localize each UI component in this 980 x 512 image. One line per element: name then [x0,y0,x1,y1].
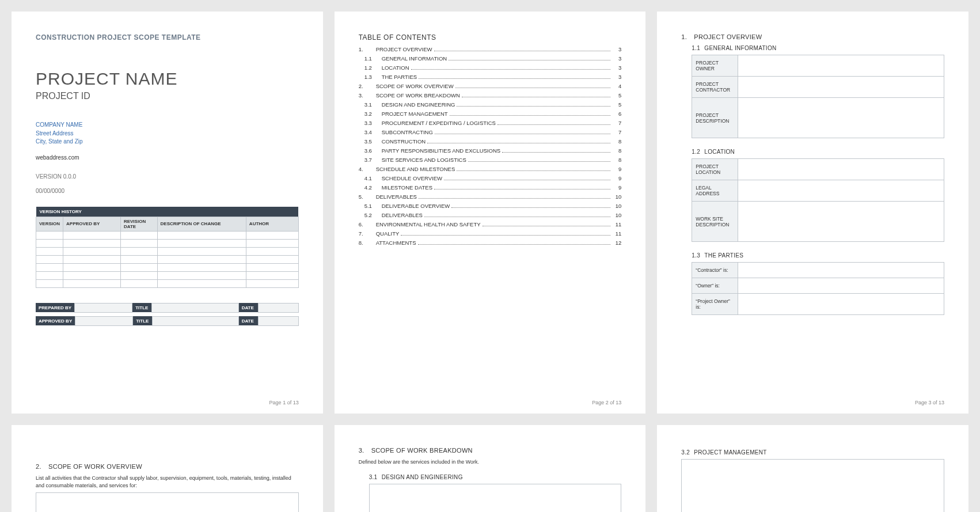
version-history-cell[interactable] [246,247,298,255]
version-history-cell[interactable] [157,255,246,263]
version-history-cell[interactable] [36,255,63,263]
field-row: “Contractor” is: [692,263,944,278]
version-history-cell[interactable] [63,247,121,255]
page-2: TABLE OF CONTENTS 1.PROJECT OVERVIEW31.1… [335,12,646,414]
toc-entry[interactable]: 2.SCOPE OF WORK OVERVIEW4 [359,83,622,89]
toc-entry[interactable]: 6.ENVIRONMENTAL HEALTH AND SAFETY11 [359,221,622,227]
toc-entry[interactable]: 4.2MILESTONE DATES9 [359,184,622,191]
version-history-cell[interactable] [120,271,157,279]
field-value[interactable] [738,180,944,202]
version-history-cell[interactable] [120,263,157,271]
scope-overview-box[interactable] [36,492,299,512]
toc-entry[interactable]: 1.2LOCATION3 [359,65,622,71]
version-history-cell[interactable] [120,239,157,247]
toc-entry[interactable]: 7.QUALITY11 [359,230,622,237]
toc-entry[interactable]: 3.7SITE SERVICES AND LOGISTICS8 [359,157,622,163]
version-history-cell[interactable] [246,263,298,271]
toc-leader-dots [502,152,610,153]
approved-title-field[interactable] [153,316,238,325]
version-history-row [36,255,299,263]
version-history-cell[interactable] [36,247,63,255]
toc-entry[interactable]: 3.SCOPE OF WORK BREAKDOWN5 [359,92,622,98]
project-mgmt-box[interactable] [681,459,944,512]
version-history-cell[interactable] [157,279,246,287]
toc-entry[interactable]: 1.3THE PARTIES3 [359,74,622,80]
version-history-cell[interactable] [36,279,63,287]
field-value[interactable] [738,278,944,294]
field-value[interactable] [738,77,944,98]
version-history-cell[interactable] [157,271,246,279]
version-history-cell[interactable] [157,239,246,247]
toc-leader-dots [424,217,610,217]
version-history-cell[interactable] [36,239,63,247]
field-value[interactable] [738,202,944,242]
toc-label: SCHEDULE OVERVIEW [382,175,442,181]
toc-entry[interactable]: 5.2DELIVERABLES10 [359,212,622,218]
field-label: PROJECT LOCATION [692,159,738,180]
version-history-cell[interactable] [246,279,298,287]
toc-label: LOCATION [382,65,409,71]
design-eng-box[interactable] [369,484,622,513]
prepared-title-field[interactable] [152,303,238,312]
toc-leader-dots [419,78,610,79]
toc-number: 2. [359,83,376,89]
version-history-cell[interactable] [36,231,63,239]
version-history-cell[interactable] [157,247,246,255]
approved-by-field[interactable] [75,316,133,325]
field-row: PROJECT CONTRACTOR [692,77,944,98]
toc-entry[interactable]: 1.1GENERAL INFORMATION3 [359,55,622,62]
toc-label: MILESTONE DATES [382,184,432,191]
toc-leader-dots [457,106,610,107]
version-history-cell[interactable] [63,231,121,239]
toc-entry[interactable]: 8.ATTACHMENTS12 [359,240,622,246]
version-history-cell[interactable] [36,271,63,279]
version-history-cell[interactable] [120,247,157,255]
toc-page-number: 8 [612,138,621,145]
field-row: “Owner” is: [692,278,944,294]
toc-leader-dots [401,235,610,236]
toc-entry[interactable]: 3.6PARTY RESPONSIBILITIES AND EXCLUSIONS… [359,147,622,154]
toc-label: SCHEDULE AND MILESTONES [376,166,455,172]
version-history-cell[interactable] [246,239,298,247]
field-value[interactable] [738,98,944,138]
field-value[interactable] [738,294,944,315]
field-value[interactable] [738,263,944,278]
version-history-cell[interactable] [36,263,63,271]
toc-entry[interactable]: 5.DELIVERABLES10 [359,194,622,200]
toc-entry[interactable]: 3.4SUBCONTRACTING7 [359,129,622,135]
page-1: CONSTRUCTION PROJECT SCOPE TEMPLATE PROJ… [12,12,323,414]
col-author: AUTHOR [246,217,298,231]
version-history-cell[interactable] [63,271,121,279]
version-history-cell[interactable] [63,255,121,263]
approved-title-label: TITLE [133,316,153,325]
toc-entry[interactable]: 3.1DESIGN AND ENGINEERING5 [359,101,622,108]
toc-entry[interactable]: 4.SCHEDULE AND MILESTONES9 [359,166,622,172]
version-history-cell[interactable] [63,239,121,247]
version-history-cell[interactable] [120,231,157,239]
prepared-by-row: PREPARED BY TITLE DATE [36,303,299,313]
version-history-cell[interactable] [120,279,157,287]
version-history-cell[interactable] [246,255,298,263]
field-value[interactable] [738,159,944,180]
version-history-cell[interactable] [63,279,121,287]
version-history-cell[interactable] [63,263,121,271]
version-history-cell[interactable] [157,263,246,271]
toc-entry[interactable]: 3.5CONSTRUCTION8 [359,138,622,145]
field-value[interactable] [738,55,944,77]
toc-entry[interactable]: 1.PROJECT OVERVIEW3 [359,46,622,52]
version-history-cell[interactable] [157,231,246,239]
approved-date-field[interactable] [258,316,298,325]
version-history-cell[interactable] [120,255,157,263]
toc-entry[interactable]: 4.1SCHEDULE OVERVIEW9 [359,175,622,181]
prepared-date-field[interactable] [258,303,298,312]
toc-label: PROCUREMENT / EXPEDITING / LOGISTICS [382,120,496,126]
project-name-title: PROJECT NAME [36,69,299,89]
h2-project-mgmt: 3.2PROJECT MANAGEMENT [681,449,944,456]
toc-leader-dots [483,226,611,226]
version-history-cell[interactable] [246,231,298,239]
prepared-by-field[interactable] [75,303,132,312]
toc-entry[interactable]: 3.3PROCUREMENT / EXPEDITING / LOGISTICS7 [359,120,622,126]
version-history-cell[interactable] [246,271,298,279]
toc-entry[interactable]: 3.2PROJECT MANAGEMENT6 [359,111,622,117]
toc-entry[interactable]: 5.1DELIVERABLE OVERVIEW10 [359,203,622,209]
